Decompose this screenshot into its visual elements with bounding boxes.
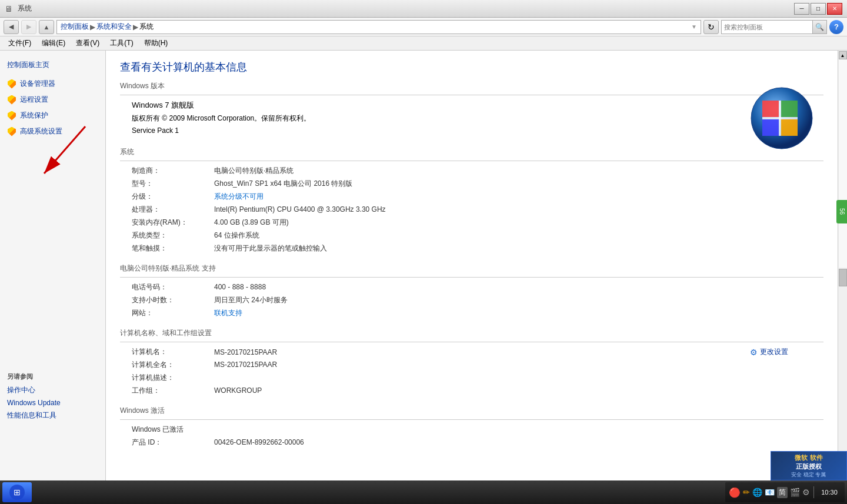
computer-name-value: MS-20170215PAAR [214,348,277,356]
system-type-row: 系统类型： 64 位操作系统 [132,231,823,241]
search-input[interactable] [722,24,812,31]
path-part-2[interactable]: 系统和安全 [96,22,132,32]
change-settings-button[interactable]: ⚙ 更改设置 [750,347,788,357]
copyright-value: 版权所有 © 2009 Microsoft Corporation。保留所有权利… [132,114,311,124]
title-bar-left: 🖥 系统 [5,4,32,14]
menu-file[interactable]: 文件(F) [4,37,36,49]
computer-desc-row: 计算机描述： [132,373,823,383]
menu-edit[interactable]: 编辑(E) [37,37,70,49]
sidebar-link-performance[interactable]: 性能信息和工具 [0,409,105,422]
refresh-button[interactable]: ↻ [703,20,719,34]
back-button[interactable]: ◀ [4,20,19,34]
path-part-1[interactable]: 控制面板 [61,22,89,32]
model-value: Ghost_Win7 SP1 x64 电脑公司 2016 特别版 [214,179,352,189]
tray-icon-5[interactable]: 简 [777,487,788,498]
path-part-3: 系统 [139,22,154,32]
computer-name-key: 计算机名： [132,347,214,357]
title-bar: 🖥 系统 ─ □ ✕ [0,0,847,18]
support-hours-key: 支持小时数： [132,295,214,305]
address-path[interactable]: 控制面板 ▶ 系统和安全 ▶ 系统 ▼ [56,20,701,34]
system-type-key: 系统类型： [132,231,214,241]
svg-text:⊞: ⊞ [14,488,21,497]
product-id-value: 00426-OEM-8992662-00006 [214,438,304,446]
divider-4 [120,342,823,342]
close-button[interactable]: ✕ [827,3,842,15]
product-id-key: 产品 ID： [132,438,214,448]
search-button[interactable]: 🔍 [812,21,826,34]
taskbar-tray: 🔴 ✏ 🌐 📧 简 🎬 ⚙ 10:30 [725,482,845,502]
shield-icon-4 [7,127,16,136]
maximize-button[interactable]: □ [811,3,826,15]
sidebar-home[interactable]: 控制面板主页 [0,56,105,76]
manufacturer-value: 电脑公司特别版·精品系统 [214,166,294,176]
model-key: 型号： [132,179,214,189]
up-button[interactable]: ▲ [39,20,54,34]
tray-icon-6[interactable]: 🎬 [790,488,800,497]
windows-edition-value: Windows 7 旗舰版 [132,100,194,111]
sidebar-item-device-manager[interactable]: 设备管理器 [0,76,105,92]
pen-touch-row: 笔和触摸： 没有可用于此显示器的笔或触控输入 [132,243,823,253]
workgroup-value: WORKGROUP [214,386,262,395]
tray-icon-1[interactable]: 🔴 [729,487,741,498]
computer-fullname-value: MS-20170215PAAR [214,361,277,369]
path-separator-1: ▶ [90,23,95,31]
divider-1 [120,95,823,95]
sidebar-item-remote-settings[interactable]: 远程设置 [0,92,105,108]
windows-logo [749,86,814,151]
tray-icon-4[interactable]: 📧 [765,488,775,497]
taskbar: ⊞ 🔴 ✏ 🌐 📧 简 🎬 ⚙ 10:30 [0,480,847,504]
support-section-label: 电脑公司特别版·精品系统 支持 [120,263,823,273]
svg-rect-2 [762,117,798,119]
pen-touch-value: 没有可用于此显示器的笔或触控输入 [214,243,327,253]
main-container: 控制面板主页 设备管理器 远程设置 系统保护 高级系统设置 [0,51,847,504]
windows-version-label: Windows 版本 [120,81,823,91]
sidebar-link-windows-update[interactable]: Windows Update [0,397,105,409]
service-pack-value: Service Pack 1 [132,126,179,135]
auth-badge-sub2: 正版授权 [796,462,822,471]
processor-row: 处理器： Intel(R) Pentium(R) CPU G4400 @ 3.3… [132,205,823,215]
tray-icon-3[interactable]: 🌐 [752,488,762,497]
model-row: 型号： Ghost_Win7 SP1 x64 电脑公司 2016 特别版 [132,179,823,189]
forward-button[interactable]: ▶ [21,20,36,34]
search-box: 🔍 [721,20,827,34]
sidebar-item-advanced-settings[interactable]: 高级系统设置 [0,124,105,139]
website-row: 网站： 联机支持 [132,308,823,318]
tray-icon-2[interactable]: ✏ [743,488,750,497]
copyright-row: 版权所有 © 2009 Microsoft Corporation。保留所有权利… [132,114,823,124]
start-button[interactable]: ⊞ [2,482,32,502]
computer-name-row: 计算机名： MS-20170215PAAR ⚙ 更改设置 [132,347,823,357]
clock: 10:30 [818,489,841,496]
ram-key: 安装内存(RAM)： [132,218,214,228]
shield-icon-2 [7,95,16,105]
website-key: 网站： [132,308,214,318]
processor-value: Intel(R) Pentium(R) CPU G4400 @ 3.30GHz … [214,205,386,213]
divider-2 [120,161,823,161]
tray-icon-7[interactable]: ⚙ [802,488,810,497]
sidebar-link-action-center[interactable]: 操作中心 [0,383,105,397]
manufacturer-key: 制造商： [132,166,214,176]
website-link[interactable]: 联机支持 [214,308,242,318]
menu-tools[interactable]: 工具(T) [105,37,138,49]
help-button[interactable]: ? [829,20,843,34]
sidebar-item-system-protection[interactable]: 系统保护 [0,108,105,124]
phone-row: 电话号码： 400 - 888 - 8888 [132,282,823,292]
address-bar: ◀ ▶ ▲ 控制面板 ▶ 系统和安全 ▶ 系统 ▼ ↻ 🔍 ? [0,18,847,36]
manufacturer-row: 制造商： 电脑公司特别版·精品系统 [132,166,823,176]
scrollbar[interactable]: ▲ ▼ [838,51,847,504]
computer-fullname-row: 计算机全名： MS-20170215PAAR [132,360,823,370]
rating-link[interactable]: 系统分级不可用 [214,192,264,202]
menu-help[interactable]: 帮助(H) [139,37,173,49]
sidebar-also-label: 另请参阅 [0,363,105,383]
service-pack-row: Service Pack 1 [132,126,823,135]
ram-row: 安装内存(RAM)： 4.00 GB (3.89 GB 可用) [132,218,823,228]
menu-view[interactable]: 查看(V) [71,37,104,49]
ram-value: 4.00 GB (3.89 GB 可用) [214,218,289,228]
divider-5 [120,419,823,420]
support-hours-row: 支持小时数： 周日至周六 24小时服务 [132,295,823,305]
workgroup-key: 工作组： [132,386,214,396]
side-tab[interactable]: 56 [836,200,847,223]
processor-key: 处理器： [132,205,214,215]
minimize-button[interactable]: ─ [794,3,809,15]
computer-fullname-key: 计算机全名： [132,360,214,370]
title-bar-controls: ─ □ ✕ [794,3,842,15]
